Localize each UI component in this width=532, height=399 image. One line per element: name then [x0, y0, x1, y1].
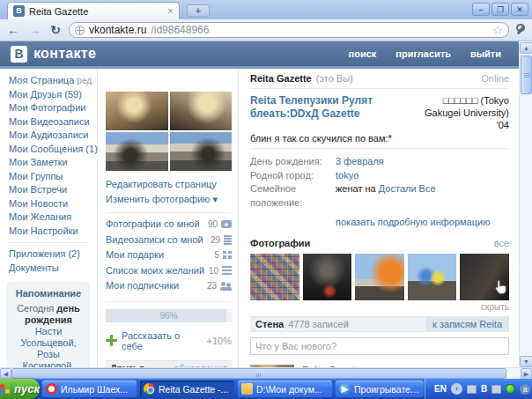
- tray-collapse-icon[interactable]: ‹: [451, 383, 462, 395]
- vk-logo-text[interactable]: контакте: [33, 46, 96, 62]
- gift-icon: [223, 251, 232, 259]
- spouse-link[interactable]: Достали Все: [379, 182, 436, 210]
- bookmark-star-icon[interactable]: ☆: [492, 24, 503, 37]
- profile-university[interactable]: □□□□□□ (Tokyo Gakugei University) '04: [417, 94, 509, 131]
- scroll-down-icon[interactable]: ▼: [520, 356, 532, 367]
- reminder-prefix: Сегодня: [17, 303, 54, 314]
- tray-icon[interactable]: [467, 385, 477, 394]
- menu-followers[interactable]: Мои подписчики23: [106, 278, 232, 294]
- page-header: Reita Gazette (это Вы) Online: [250, 69, 509, 89]
- page-title: Reita Gazette: [250, 73, 312, 84]
- sidebar-item-my-page[interactable]: Моя Страница ред.: [9, 74, 93, 88]
- restore-button[interactable]: ❐: [491, 3, 509, 16]
- sidebar-item-settings[interactable]: Мои Настройки: [9, 225, 93, 239]
- forward-icon[interactable]: →: [26, 23, 42, 37]
- nav-invite[interactable]: пригласить: [395, 48, 451, 59]
- tab-close-icon[interactable]: ×: [167, 6, 174, 17]
- tray-vk-icon[interactable]: B: [481, 384, 487, 394]
- menu-photos-with-me[interactable]: Фотографии со мной90: [106, 217, 232, 233]
- profile-full-name[interactable]: Reita Телепузики Рулят блеать:DDxД Gazet…: [250, 94, 417, 131]
- sidebar-item-friends[interactable]: Мои Друзья (59): [9, 88, 93, 102]
- menu-wishlist[interactable]: Список моих желаний10: [106, 263, 232, 279]
- taskbar-window-opera[interactable]: Ильмир Шаех...: [42, 381, 137, 397]
- divider: [106, 301, 232, 302]
- profile-photo[interactable]: [106, 132, 168, 171]
- profile-photo-grid[interactable]: [106, 92, 232, 171]
- wall-posts-link[interactable]: к записям Reita: [425, 317, 509, 331]
- photo-thumbnail[interactable]: [408, 254, 457, 300]
- sidebar-item-notes[interactable]: Мои Заметки: [9, 156, 93, 170]
- tray-agent-icon[interactable]: a: [520, 384, 530, 395]
- hand-cursor-icon: [493, 279, 507, 295]
- menu-videos-with-me[interactable]: Видеозаписи со мной29: [106, 233, 232, 248]
- photo-thumbnail[interactable]: [355, 254, 404, 300]
- close-button[interactable]: ✕: [511, 3, 528, 16]
- photo-thumbnail[interactable]: [250, 254, 299, 300]
- edit-page-link[interactable]: Редактировать страницу: [106, 179, 232, 189]
- sidebar-item-messages[interactable]: Мои Сообщения (1): [9, 143, 93, 157]
- taskbar-window-folder[interactable]: D:\Мои докум...: [238, 381, 332, 397]
- start-button[interactable]: пуск: [0, 379, 40, 399]
- main-column: Reita Gazette (это Вы) Online Reita Теле…: [238, 69, 519, 367]
- folder-icon: [241, 383, 253, 395]
- system-tray: EN ‹ B a 19:29: [425, 379, 532, 399]
- profile-photo[interactable]: [106, 92, 168, 130]
- sidebar-item-groups[interactable]: Мои Группы: [9, 170, 93, 184]
- photos-all-link[interactable]: все: [494, 238, 509, 248]
- birthday-link[interactable]: 3 февраля: [336, 155, 384, 169]
- camera-icon: [221, 220, 232, 228]
- wall-count: 4778 записей: [288, 319, 349, 329]
- change-photo-link[interactable]: Изменить фотографию ▾: [106, 194, 232, 205]
- taskbar-window-media-player[interactable]: ▶Проигрывател...: [336, 381, 424, 397]
- profile-status[interactable]: блин я так со скучился по вам:*: [250, 133, 509, 144]
- show-more-info-link[interactable]: показать подробную информацию: [336, 217, 490, 227]
- scroll-up-icon[interactable]: ▲: [520, 42, 532, 54]
- photo-thumbnail-hovered[interactable]: [460, 254, 509, 300]
- sidebar-item-meetings[interactable]: Мои Встречи: [9, 183, 93, 197]
- new-tab-button[interactable]: +: [187, 4, 210, 17]
- tray-green-icon[interactable]: [506, 384, 515, 394]
- reminder-names-link[interactable]: Насти Усольцевой, Розы Касимовой.: [20, 326, 76, 367]
- online-badge: Online: [481, 73, 509, 84]
- tell-about-row[interactable]: Рассказать о себе +10%: [106, 330, 232, 351]
- sidebar-item-apps[interactable]: Приложения (2): [9, 248, 93, 262]
- hometown-link[interactable]: tokyo: [336, 169, 358, 183]
- nav-logout[interactable]: выйти: [470, 48, 501, 59]
- tell-about-link[interactable]: Рассказать о себе: [122, 330, 203, 351]
- reload-icon[interactable]: ↻: [48, 23, 63, 37]
- taskbar-window-chrome[interactable]: Reita Gazette -...: [140, 381, 234, 397]
- url-path: /id98648966: [151, 24, 488, 36]
- menu-gifts[interactable]: Мои подарки5: [106, 248, 232, 263]
- sidebar-item-videos[interactable]: Мои Видеозаписи: [9, 115, 93, 129]
- divider: [250, 148, 509, 149]
- back-icon[interactable]: ←: [5, 23, 21, 37]
- chrome-icon: [144, 383, 155, 395]
- tray-network-icon[interactable]: [491, 385, 501, 394]
- profile-progress-bar: 96%: [106, 309, 232, 322]
- minimize-button[interactable]: –: [472, 3, 490, 16]
- sidebar-item-news[interactable]: Мои Новости: [9, 197, 93, 211]
- browser-tab-strip: B Reita Gazette × + – ❐ ✕: [0, 0, 532, 19]
- language-indicator[interactable]: EN: [434, 384, 447, 394]
- photo-thumbnail[interactable]: [303, 254, 352, 300]
- vertical-scrollbar[interactable]: ▲ ▼: [519, 42, 532, 367]
- profile-photo[interactable]: [170, 92, 233, 130]
- nav-search[interactable]: поиск: [349, 48, 377, 59]
- sidebar-item-documents[interactable]: Документы: [9, 262, 93, 276]
- sidebar-item-audio[interactable]: Мои Аудиозаписи: [9, 129, 93, 143]
- vk-logo-icon[interactable]: В: [11, 46, 27, 63]
- profile-photo[interactable]: [170, 132, 233, 171]
- sidebar-edit-link[interactable]: ред.: [77, 76, 94, 85]
- horizontal-scrollbar[interactable]: ◀ ▶: [0, 367, 532, 379]
- browser-tab[interactable]: B Reita Gazette ×: [7, 2, 180, 19]
- horizontal-scroll-thumb[interactable]: [11, 368, 506, 379]
- hide-photos-link[interactable]: скрыть: [250, 302, 509, 312]
- photos-strip: [250, 254, 509, 300]
- address-bar[interactable]: vkontakte.ru/id98648966 ☆: [69, 22, 509, 38]
- sidebar-item-wishes[interactable]: Мои Желания: [9, 211, 93, 225]
- wrench-menu-icon[interactable]: [514, 24, 527, 36]
- sidebar-item-photos[interactable]: Мои Фотографии: [9, 101, 93, 115]
- globe-icon: [75, 26, 85, 35]
- vertical-scroll-thumb[interactable]: [521, 55, 532, 94]
- wall-input[interactable]: [250, 337, 509, 355]
